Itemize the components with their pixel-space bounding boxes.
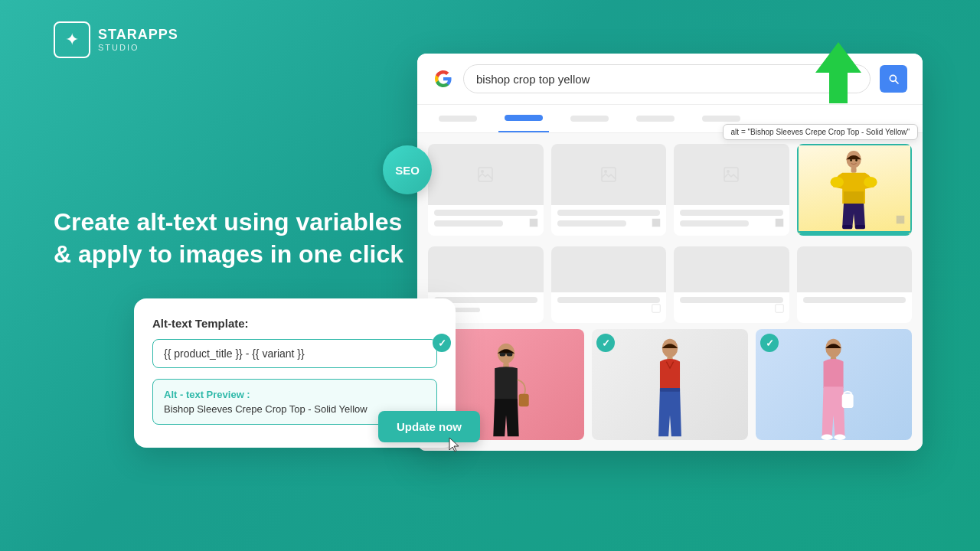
grid-cell-8 (797, 246, 913, 323)
svg-marker-0 (815, 42, 861, 103)
seo-badge: SEO (383, 145, 432, 194)
up-arrow-icon (815, 42, 861, 106)
svg-rect-3 (602, 168, 616, 181)
tab-bar-5 (702, 116, 740, 122)
logo-icon: ✦ (65, 30, 79, 50)
text-line-3 (557, 210, 661, 216)
svg-point-9 (831, 177, 844, 187)
search-button[interactable] (880, 65, 907, 93)
image-grid-top: alt = "Bishop Sleeves Crepe Crop Top - S… (417, 133, 923, 246)
brand-sub: STUDIO (98, 43, 178, 52)
image-placeholder-6 (551, 246, 667, 292)
logo-text: STARAPPS STUDIO (98, 28, 178, 52)
tab-item-2[interactable] (498, 105, 549, 132)
grid-cell-3 (674, 144, 789, 236)
tab-item-3[interactable] (564, 105, 615, 132)
fashion-card-2: ✓ (592, 329, 748, 440)
logo: ✦ STARAPPS STUDIO (54, 21, 178, 58)
tab-bar-3 (570, 116, 609, 122)
browser-mockup: bishop crop top yellow (417, 54, 923, 451)
tab-bar-1 (439, 116, 477, 122)
svg-point-14 (856, 158, 858, 161)
image-placeholder-1 (428, 144, 544, 205)
svg-rect-22 (519, 394, 529, 407)
grid-cell-6 (551, 246, 667, 323)
text-line-10 (680, 297, 783, 303)
logo-box: ✦ (54, 21, 90, 58)
fashion-card-3: ✓ (756, 329, 912, 440)
image-placeholder-3 (674, 144, 789, 205)
headline: Create alt-text using variables & apply … (54, 207, 406, 270)
tab-item-4[interactable] (630, 105, 681, 132)
tab-bar-2 (505, 115, 543, 121)
text-line-4 (557, 220, 626, 227)
grid-cell-1 (428, 144, 544, 236)
grid-cell-7 (674, 246, 789, 323)
check-badge-1: ✓ (433, 334, 451, 352)
headline-line1: Create alt-text using variables (54, 208, 402, 236)
grid-cell-2 (551, 144, 667, 236)
update-now-button[interactable]: Update now (378, 411, 480, 442)
google-logo (433, 68, 454, 90)
alt-panel-title: Alt-text Template: (152, 317, 437, 330)
svg-rect-16 (775, 305, 783, 313)
svg-point-2 (481, 170, 484, 173)
text-line-6 (680, 220, 749, 227)
cursor-icon (448, 436, 460, 453)
svg-rect-19 (500, 353, 505, 357)
svg-rect-1 (479, 168, 492, 181)
text-line-1 (434, 210, 537, 216)
svg-rect-5 (724, 168, 738, 181)
svg-rect-15 (652, 305, 661, 313)
svg-rect-30 (842, 393, 854, 408)
alt-tooltip: alt = "Bishop Sleeves Crepe Crop Top - S… (723, 124, 918, 140)
svg-rect-20 (507, 353, 512, 357)
svg-rect-8 (851, 167, 857, 172)
text-line-5 (680, 210, 783, 216)
search-input[interactable]: bishop crop top yellow (463, 64, 871, 93)
text-line-2 (434, 220, 503, 227)
check-badge-3: ✓ (760, 334, 779, 352)
image-placeholder-8 (797, 246, 913, 292)
svg-point-13 (851, 158, 853, 161)
svg-rect-12 (855, 225, 865, 229)
check-badge-2: ✓ (596, 334, 615, 352)
text-line-9 (557, 297, 661, 303)
text-line-11 (803, 297, 906, 303)
image-placeholder-2 (551, 144, 667, 205)
svg-point-10 (864, 177, 877, 187)
image-placeholder-7 (674, 246, 789, 292)
preview-label: Alt - text Preview : (164, 389, 426, 400)
svg-point-29 (834, 435, 845, 440)
image-placeholder-5 (428, 246, 544, 292)
svg-point-28 (822, 435, 833, 440)
svg-rect-11 (842, 225, 852, 229)
headline-line2: & apply to images in one click (54, 240, 403, 268)
search-query-text: bishop crop top yellow (476, 73, 590, 86)
svg-rect-25 (660, 388, 680, 392)
tab-bar-4 (636, 116, 675, 122)
tab-item-1[interactable] (433, 105, 483, 132)
brand-name: STARAPPS (98, 28, 178, 43)
grid-cell-4-highlighted: alt = "Bishop Sleeves Crepe Crop Top - S… (797, 144, 913, 236)
bottom-fashion-grid: ✓ ✓ (417, 329, 923, 451)
svg-point-6 (727, 170, 730, 173)
template-input[interactable] (152, 339, 437, 368)
svg-point-4 (604, 170, 607, 173)
